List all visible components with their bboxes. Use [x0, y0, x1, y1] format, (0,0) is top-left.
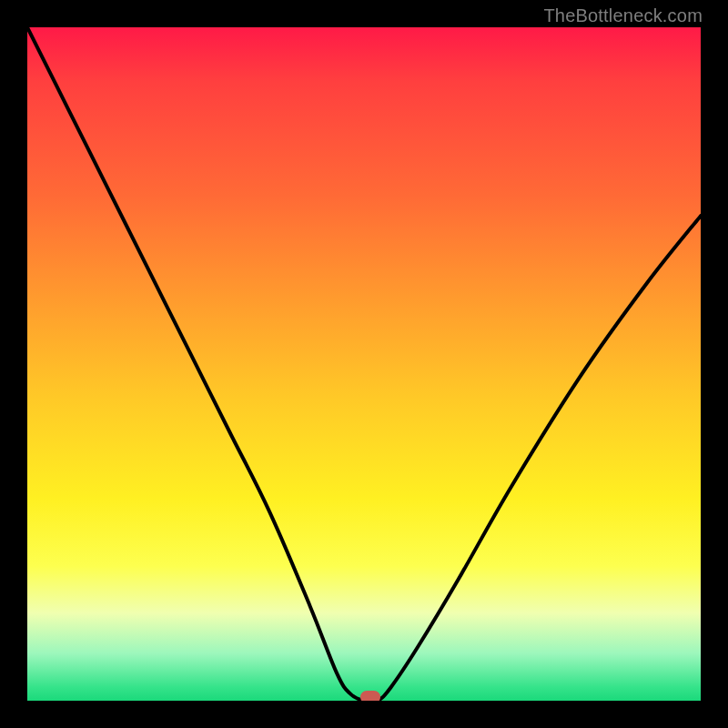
plot-area — [27, 27, 701, 701]
curve-path — [27, 27, 701, 701]
chart-frame: TheBottleneck.com — [0, 0, 728, 728]
attribution-label: TheBottleneck.com — [543, 5, 703, 26]
optimum-marker — [360, 691, 380, 701]
bottleneck-curve — [27, 27, 701, 701]
